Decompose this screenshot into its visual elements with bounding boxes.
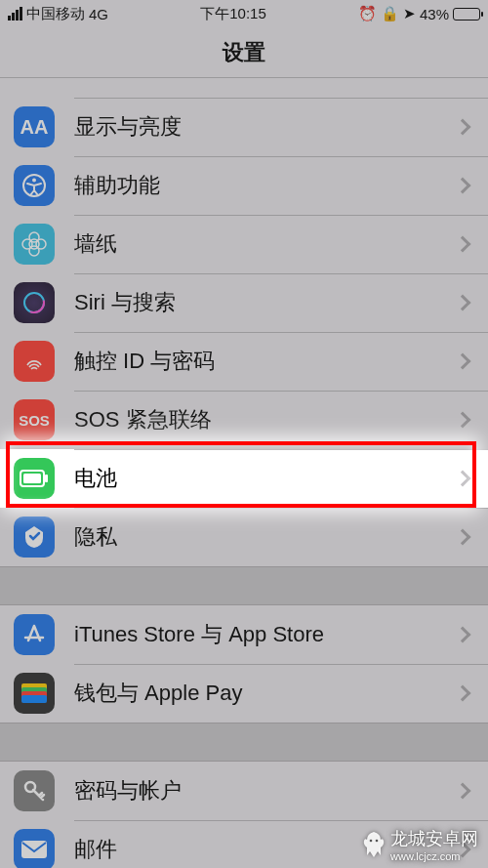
list-item-wallpaper[interactable]: 墙纸 bbox=[0, 215, 488, 273]
list-item-siri[interactable]: Siri 与搜索 bbox=[0, 273, 488, 332]
alarm-icon: ⏰ bbox=[358, 5, 377, 22]
watermark-url: www.lcjcz.com bbox=[390, 850, 478, 862]
location-icon: ➤ bbox=[403, 5, 416, 22]
watermark-icon bbox=[361, 830, 386, 859]
list-label: 密码与帐户 bbox=[74, 776, 457, 806]
chevron-right-icon bbox=[455, 236, 471, 253]
key-icon bbox=[14, 770, 55, 811]
display-icon: AA bbox=[14, 106, 55, 147]
battery-icon bbox=[453, 8, 480, 21]
group-separator bbox=[0, 723, 488, 762]
list-item-accessibility[interactable]: 辅助功能 bbox=[0, 156, 488, 215]
touchid-icon bbox=[14, 341, 55, 382]
svg-rect-10 bbox=[45, 475, 48, 482]
svg-point-21 bbox=[376, 840, 379, 843]
list-label: 显示与亮度 bbox=[74, 112, 457, 142]
signal-icon bbox=[8, 7, 22, 21]
list-item-passwords[interactable]: 密码与帐户 bbox=[0, 762, 488, 820]
list-item-wallet[interactable]: 钱包与 Apple Pay bbox=[0, 664, 488, 723]
list-label: 墙纸 bbox=[74, 229, 457, 259]
chevron-right-icon bbox=[455, 178, 471, 194]
chevron-right-icon bbox=[455, 353, 471, 370]
chevron-right-icon bbox=[455, 119, 471, 136]
privacy-icon bbox=[14, 517, 55, 558]
list-item-sos[interactable]: SOS SOS 紧急联络 bbox=[0, 391, 488, 449]
sos-icon: SOS bbox=[14, 399, 55, 440]
chevron-right-icon bbox=[455, 627, 471, 643]
list-item-touchid[interactable]: 触控 ID 与密码 bbox=[0, 332, 488, 391]
mail-icon bbox=[14, 829, 55, 868]
list-item-partial[interactable] bbox=[0, 78, 488, 98]
status-time: 下午10:15 bbox=[200, 5, 266, 23]
status-right: ⏰ 🔒 ➤ 43% bbox=[358, 5, 480, 22]
svg-point-20 bbox=[370, 840, 373, 843]
siri-icon bbox=[14, 282, 55, 323]
list-label: 触控 ID 与密码 bbox=[74, 347, 457, 376]
chevron-right-icon bbox=[455, 783, 471, 800]
list-label: 隐私 bbox=[74, 522, 457, 552]
wallpaper-icon bbox=[14, 224, 55, 265]
carrier-label: 中国移动 bbox=[26, 5, 85, 23]
list-label: 辅助功能 bbox=[74, 171, 457, 200]
chevron-right-icon bbox=[455, 412, 471, 429]
list-item-battery[interactable]: 电池 bbox=[0, 449, 488, 508]
svg-point-1 bbox=[32, 179, 36, 183]
settings-list[interactable]: AA 显示与亮度 辅助功能 墙纸 Siri 与搜索 触控 ID 与密码 SOS … bbox=[0, 78, 488, 868]
chevron-right-icon bbox=[455, 685, 471, 702]
chevron-right-icon bbox=[455, 295, 471, 311]
list-label: Siri 与搜索 bbox=[74, 288, 457, 317]
accessibility-icon bbox=[14, 165, 55, 206]
wallet-icon bbox=[14, 673, 55, 714]
list-label: 电池 bbox=[74, 464, 457, 493]
chevron-right-icon bbox=[455, 529, 471, 546]
list-item-itunes[interactable]: iTunes Store 与 App Store bbox=[0, 605, 488, 664]
watermark: 龙城安卓网 www.lcjcz.com bbox=[361, 827, 478, 862]
status-bar: 中国移动 4G 下午10:15 ⏰ 🔒 ➤ 43% bbox=[0, 0, 488, 27]
chevron-right-icon bbox=[455, 471, 471, 487]
list-item-display[interactable]: AA 显示与亮度 bbox=[0, 98, 488, 156]
appstore-icon bbox=[14, 614, 55, 655]
svg-rect-18 bbox=[21, 841, 47, 858]
svg-rect-16 bbox=[21, 695, 47, 703]
status-left: 中国移动 4G bbox=[8, 5, 108, 23]
list-label: iTunes Store 与 App Store bbox=[74, 620, 457, 649]
svg-rect-11 bbox=[23, 474, 41, 483]
lock-icon: 🔒 bbox=[381, 5, 399, 22]
page-title: 设置 bbox=[0, 27, 488, 78]
watermark-brand: 龙城安卓网 bbox=[390, 827, 478, 850]
network-label: 4G bbox=[89, 6, 108, 22]
group-separator bbox=[0, 566, 488, 605]
list-item-privacy[interactable]: 隐私 bbox=[0, 508, 488, 566]
list-label: SOS 紧急联络 bbox=[74, 405, 457, 434]
list-label: 钱包与 Apple Pay bbox=[74, 679, 457, 708]
svg-point-5 bbox=[22, 239, 32, 249]
svg-point-6 bbox=[36, 239, 46, 249]
battery-pct: 43% bbox=[420, 6, 449, 22]
battery-row-icon bbox=[14, 458, 55, 499]
